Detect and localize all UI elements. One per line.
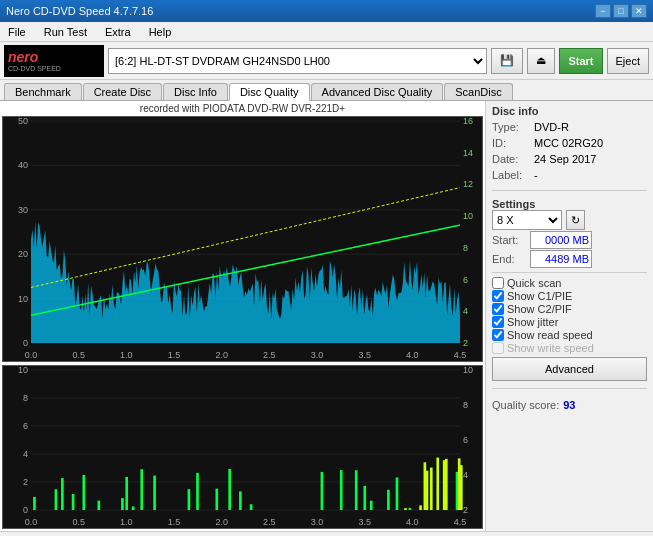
tab-scan-disc[interactable]: ScanDisc [444,83,512,100]
disk-icon-button[interactable]: 💾 [491,48,523,74]
label-value: - [534,167,538,183]
lower-chart [2,365,483,529]
menu-extra[interactable]: Extra [101,25,135,39]
upper-chart [2,116,483,362]
show-jitter-row: Show jitter [492,316,647,328]
show-c2pif-row: Show C2/PIF [492,303,647,315]
nero-logo-text: nero [8,49,61,65]
show-read-speed-label: Show read speed [507,329,593,341]
minimize-button[interactable]: − [595,4,611,18]
show-c1pie-label: Show C1/PIE [507,290,572,302]
quick-scan-checkbox[interactable] [492,277,504,289]
eject-button[interactable]: Eject [607,48,649,74]
speed-refresh-button[interactable]: ↻ [566,210,585,230]
upper-chart-canvas [3,117,482,361]
disc-label-row: Label: - [492,167,647,183]
show-c2pif-label: Show C2/PIF [507,303,572,315]
stats-bar: PI Errors Average: 4.97 Maximum: 36 Tota… [0,531,653,536]
type-value: DVD-R [534,119,569,135]
quality-score-label: Quality score: [492,399,559,411]
disc-info-title: Disc info [492,105,647,117]
main-area: recorded with PIODATA DVD-RW DVR-221D+ D… [0,101,653,531]
settings-section: Settings MAX 1 X 2 X 4 X 8 X 16 X ↻ Star… [492,198,647,381]
eject-icon-button[interactable]: ⏏ [527,48,555,74]
show-read-speed-checkbox[interactable] [492,329,504,341]
start-input[interactable] [530,231,592,249]
start-button[interactable]: Start [559,48,602,74]
menu-bar: File Run Test Extra Help [0,22,653,42]
menu-file[interactable]: File [4,25,30,39]
disc-id-row: ID: MCC 02RG20 [492,135,647,151]
show-jitter-checkbox[interactable] [492,316,504,328]
divider-2 [492,272,647,273]
end-label: End: [492,253,526,265]
quick-scan-row: Quick scan [492,277,647,289]
advanced-button[interactable]: Advanced [492,357,647,381]
tab-benchmark[interactable]: Benchmark [4,83,82,100]
quality-score-row: Quality score: 93 [492,399,647,411]
close-button[interactable]: ✕ [631,4,647,18]
show-read-speed-row: Show read speed [492,329,647,341]
divider-1 [492,190,647,191]
disc-type-row: Type: DVD-R [492,119,647,135]
id-value: MCC 02RG20 [534,135,603,151]
window-controls: − □ ✕ [595,4,647,18]
date-label: Date: [492,151,534,167]
title-bar: Nero CD-DVD Speed 4.7.7.16 − □ ✕ [0,0,653,22]
maximize-button[interactable]: □ [613,4,629,18]
tab-disc-info[interactable]: Disc Info [163,83,228,100]
speed-select[interactable]: MAX 1 X 2 X 4 X 8 X 16 X [492,210,562,230]
show-c1pie-row: Show C1/PIE [492,290,647,302]
chart-area: recorded with PIODATA DVD-RW DVR-221D+ [0,101,485,531]
show-jitter-label: Show jitter [507,316,558,328]
start-label: Start: [492,234,526,246]
disc-date-row: Date: 24 Sep 2017 [492,151,647,167]
tab-create-disc[interactable]: Create Disc [83,83,162,100]
end-mb-row: End: [492,250,647,268]
quality-score-value: 93 [563,399,575,411]
disc-info-section: Disc info Type: DVD-R ID: MCC 02RG20 Dat… [492,105,647,183]
nero-logo-subtitle: CD-DVD SPEED [8,65,61,72]
start-mb-row: Start: [492,231,647,249]
type-label: Type: [492,119,534,135]
end-input[interactable] [530,250,592,268]
lower-chart-canvas [3,366,482,528]
show-write-speed-label: Show write speed [507,342,594,354]
speed-row: MAX 1 X 2 X 4 X 8 X 16 X ↻ [492,210,647,230]
date-value: 24 Sep 2017 [534,151,596,167]
tab-disc-quality[interactable]: Disc Quality [229,83,310,101]
show-c1pie-checkbox[interactable] [492,290,504,302]
divider-3 [492,388,647,389]
app-title: Nero CD-DVD Speed 4.7.7.16 [6,5,153,17]
id-label: ID: [492,135,534,151]
chart-title: recorded with PIODATA DVD-RW DVR-221D+ [2,103,483,114]
settings-title: Settings [492,198,647,210]
label-label: Label: [492,167,534,183]
toolbar: nero CD-DVD SPEED [6:2] HL-DT-ST DVDRAM … [0,42,653,80]
nero-logo: nero CD-DVD SPEED [4,45,104,77]
tabs: Benchmark Create Disc Disc Info Disc Qua… [0,80,653,101]
drive-selector[interactable]: [6:2] HL-DT-ST DVDRAM GH24NSD0 LH00 [108,48,487,74]
menu-run-test[interactable]: Run Test [40,25,91,39]
show-write-speed-checkbox [492,342,504,354]
quick-scan-label: Quick scan [507,277,561,289]
right-panel: Disc info Type: DVD-R ID: MCC 02RG20 Dat… [485,101,653,531]
show-c2pif-checkbox[interactable] [492,303,504,315]
tab-advanced-disc-quality[interactable]: Advanced Disc Quality [311,83,444,100]
menu-help[interactable]: Help [145,25,176,39]
show-write-speed-row: Show write speed [492,342,647,354]
